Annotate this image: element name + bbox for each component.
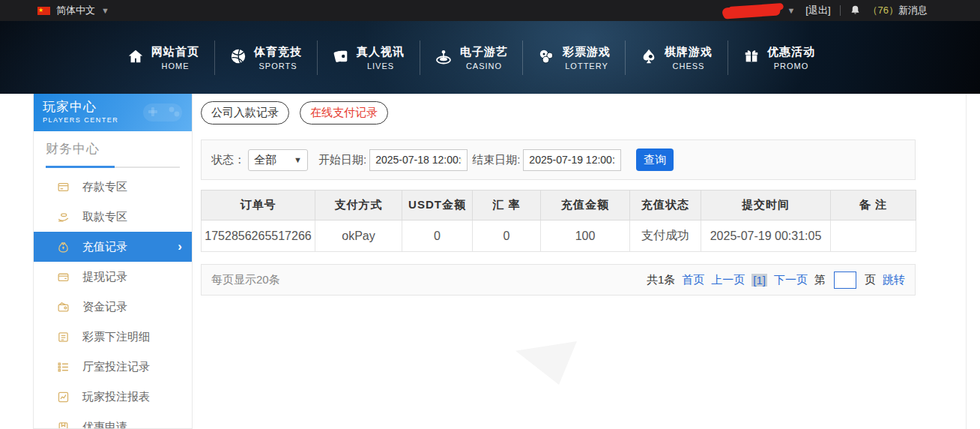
- wallet-icon: [56, 271, 70, 284]
- right-border-line: [966, 94, 967, 429]
- divider: [840, 5, 841, 16]
- cell-order-no: 1752856265517266: [202, 220, 315, 252]
- china-flag-icon: ★: [37, 7, 50, 15]
- sidebar-item-label: 彩票下注明细: [82, 330, 150, 344]
- joystick-icon: [435, 47, 453, 68]
- document-icon: [56, 331, 70, 344]
- query-button[interactable]: 查询: [636, 148, 674, 171]
- nav-item-chess[interactable]: 棋牌游戏CHESS: [626, 45, 728, 70]
- start-date-input[interactable]: [369, 149, 468, 171]
- sidebar-item-label: 取款专区: [82, 210, 127, 224]
- main-nav: 网站首页HOME 体育竞技SPORTS 真人视讯LIVES 电子游艺CASINO: [0, 21, 980, 94]
- nav-item-casino[interactable]: 电子游艺CASINO: [420, 45, 522, 70]
- status-select[interactable]: 全部 ▼: [248, 149, 308, 171]
- sidebar-item-withdraw[interactable]: 取款专区: [34, 202, 192, 232]
- cell-amount: 100: [541, 220, 630, 252]
- logout-button[interactable]: [退出]: [805, 4, 830, 17]
- nav-item-promo[interactable]: 优惠活动PROMO: [728, 45, 830, 70]
- sidebar-item-withdrawal-records[interactable]: 提现记录: [34, 262, 192, 292]
- sidebar-item-lottery-bet-details[interactable]: 彩票下注明细: [34, 322, 192, 352]
- sidebar-section-finance: 财务中心: [34, 131, 192, 168]
- first-page-link[interactable]: 首页: [682, 273, 704, 287]
- sidebar-item-promo-apply[interactable]: 优惠申请: [34, 412, 192, 429]
- nav-label-en: PROMO: [774, 62, 809, 70]
- record-tabs: 公司入款记录 在线支付记录: [201, 101, 916, 124]
- page-jump-input[interactable]: [834, 272, 856, 289]
- sidebar-item-recharge-records[interactable]: 充值记录 ›: [34, 232, 192, 262]
- nav-label-zh: 彩票游戏: [563, 45, 611, 59]
- sidebar-header: 玩家中心 PLAYERS CENTER: [33, 94, 193, 131]
- tab-online-payment-records[interactable]: 在线支付记录: [300, 101, 388, 124]
- cell-rate: 0: [473, 220, 541, 252]
- coupon-icon: [56, 421, 70, 429]
- money-bag-icon: [56, 241, 70, 254]
- background-watermark: [515, 341, 590, 385]
- nav-label-zh: 棋牌游戏: [665, 45, 713, 59]
- jump-button[interactable]: 跳转: [883, 273, 905, 287]
- jump-prefix-label: 第: [814, 273, 826, 287]
- chevron-right-icon: ›: [178, 239, 182, 254]
- message-count[interactable]: （76）: [868, 4, 898, 17]
- nav-item-lives[interactable]: 真人视讯LIVES: [318, 45, 420, 70]
- col-remark: 备 注: [831, 190, 916, 220]
- pager: 共1条 首页 上一页 [1] 下一页 第 页 跳转: [647, 272, 905, 289]
- sidebar-item-player-bet-report[interactable]: 玩家投注报表: [34, 382, 192, 412]
- list-icon: [56, 361, 70, 374]
- sidebar-item-label: 充值记录: [82, 240, 127, 254]
- nav-label-en: CHESS: [673, 62, 705, 70]
- chart-icon: [56, 391, 70, 404]
- prev-page-link[interactable]: 上一页: [711, 273, 745, 287]
- gift-icon: [743, 48, 760, 68]
- deposit-card-icon: [56, 181, 70, 194]
- chevron-down-icon: ▼: [294, 155, 302, 164]
- col-pay-method: 支付方式: [315, 190, 402, 220]
- redacted-username[interactable]: [722, 4, 781, 17]
- records-table: 订单号 支付方式 USDT金额 汇 率 充值金额 充值状态 提交时间 备 注 1…: [201, 190, 916, 252]
- section-underline: [46, 166, 180, 168]
- topbar-right: ▼ [退出] （76） 新消息: [722, 4, 928, 17]
- sidebar: 玩家中心 PLAYERS CENTER 财务中心 存款专区 取款专区: [33, 94, 193, 429]
- nav-item-lottery[interactable]: 彩票游戏LOTTERY: [523, 45, 625, 70]
- sidebar-item-label: 资金记录: [82, 300, 127, 314]
- nav-label-en: LOTTERY: [565, 62, 608, 70]
- next-page-link[interactable]: 下一页: [774, 273, 808, 287]
- gamepad-icon: [140, 98, 185, 129]
- sports-ball-icon: [230, 48, 246, 68]
- nav-label-zh: 优惠活动: [767, 45, 815, 59]
- nav-label-en: HOME: [162, 62, 190, 70]
- sidebar-item-label: 存款专区: [82, 180, 127, 194]
- cell-remark: [831, 220, 916, 252]
- nav-item-sports[interactable]: 体育竞技SPORTS: [215, 45, 317, 70]
- status-select-value: 全部: [254, 153, 276, 167]
- end-date-label: 结束日期:: [472, 153, 520, 167]
- table-header-row: 订单号 支付方式 USDT金额 汇 率 充值金额 充值状态 提交时间 备 注: [202, 190, 916, 220]
- sidebar-item-funds-records[interactable]: 资金记录: [34, 292, 192, 322]
- start-date-label: 开始日期:: [318, 153, 366, 167]
- status-label: 状态：: [211, 153, 245, 167]
- col-rate: 汇 率: [473, 190, 541, 220]
- nav-label-en: CASINO: [466, 62, 502, 70]
- spade-icon: [641, 48, 657, 68]
- message-label[interactable]: 新消息: [898, 4, 928, 17]
- sidebar-item-room-bet-records[interactable]: 厅室投注记录: [34, 352, 192, 382]
- cell-submit-time: 2025-07-19 00:31:05: [701, 220, 831, 252]
- cell-status: 支付成功: [630, 220, 701, 252]
- chevron-down-icon: ▼: [101, 6, 109, 15]
- col-order-no: 订单号: [202, 190, 315, 220]
- nav-item-home[interactable]: 网站首页HOME: [112, 45, 214, 70]
- current-page-indicator: [1]: [751, 274, 767, 286]
- col-submit-time: 提交时间: [701, 190, 831, 220]
- bell-icon[interactable]: [850, 4, 861, 16]
- tab-company-deposit-records[interactable]: 公司入款记录: [201, 101, 289, 124]
- sidebar-item-deposit[interactable]: 存款专区: [34, 172, 192, 202]
- nav-label-zh: 网站首页: [151, 45, 199, 59]
- total-count: 共1条: [647, 273, 675, 287]
- end-date-input[interactable]: [523, 149, 621, 171]
- language-selector[interactable]: ★ 简体中文 ▼: [37, 4, 109, 17]
- chevron-down-icon: ▼: [787, 6, 795, 15]
- main-content: 公司入款记录 在线支付记录 状态： 全部 ▼ 开始日期: 结束日期: 查询 订单…: [201, 101, 916, 296]
- cell-pay-method: okPay: [315, 220, 402, 252]
- pagination-bar: 每页显示20条 共1条 首页 上一页 [1] 下一页 第 页 跳转: [201, 264, 916, 296]
- nav-label-en: LIVES: [367, 62, 394, 70]
- col-status: 充值状态: [630, 190, 701, 220]
